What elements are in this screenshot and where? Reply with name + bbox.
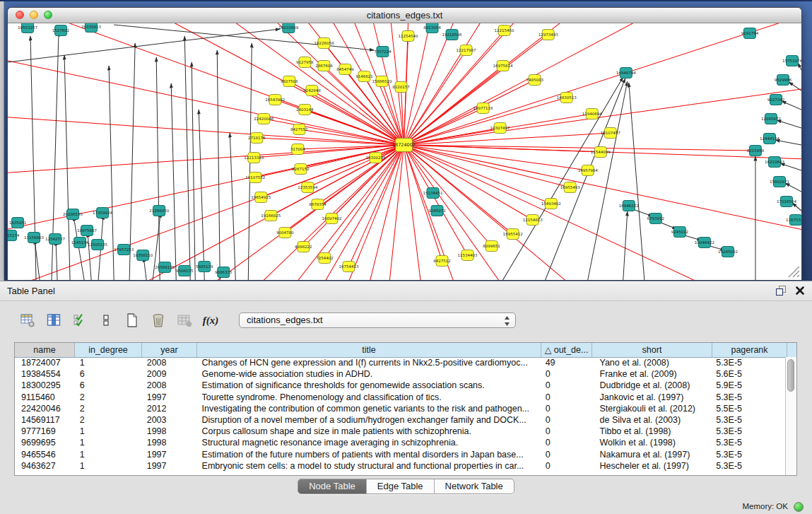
network-node[interactable]: 10553257: [18, 23, 38, 33]
table-cell-in-degree[interactable]: 2: [75, 392, 142, 403]
network-node[interactable]: 8099651: [483, 241, 500, 252]
network-node[interactable]: 2803144: [296, 105, 314, 115]
network-node[interactable]: 16955493: [560, 182, 581, 193]
network-node[interactable]: 14830513: [557, 93, 577, 103]
table-cell-in-degree[interactable]: 2: [75, 403, 142, 414]
network-node[interactable]: 22420046: [254, 114, 274, 124]
network-node[interactable]: 20206535: [63, 209, 83, 220]
network-node[interactable]: 12973493: [539, 30, 559, 40]
table-cell-year[interactable]: 2012: [142, 403, 197, 414]
table-cell-pagerank[interactable]: 5.3E-5: [711, 414, 786, 426]
network-node[interactable]: 17016504: [777, 197, 797, 207]
close-panel-icon[interactable]: [795, 286, 805, 296]
column-header-short[interactable]: short: [592, 343, 712, 357]
table-cell-short[interactable]: Franke et al. (2009): [592, 368, 712, 380]
table-cell-out-degree[interactable]: 0: [541, 460, 592, 472]
table-cell-short[interactable]: Yano et al. (2008): [592, 357, 712, 368]
network-node[interactable]: 11254540: [398, 31, 418, 42]
table-cell-year[interactable]: 2008: [142, 357, 197, 368]
network-node[interactable]: 12342737: [45, 234, 66, 245]
network-node[interactable]: 9191794: [741, 28, 759, 39]
network-node[interactable]: 9127958: [296, 57, 314, 68]
table-row[interactable]: 911546021997Tourette syndrome. Phenomeno…: [15, 392, 786, 403]
network-node[interactable]: 12217987: [457, 45, 477, 56]
network-node[interactable]: 20568135: [155, 262, 175, 273]
table-row[interactable]: 1938455462009Genome-wide association stu…: [15, 368, 786, 380]
table-cell-pagerank[interactable]: 5.3E-5: [711, 460, 786, 472]
table-row[interactable]: 969969511998Structural magnetic resonanc…: [15, 437, 786, 448]
table-cell-in-degree[interactable]: 1: [75, 357, 142, 368]
table-cell-year[interactable]: 1997: [142, 449, 197, 460]
column-header-out-degree[interactable]: △ out_de...: [541, 343, 592, 357]
table-cell-out-degree[interactable]: 0: [541, 414, 592, 426]
table-selector-dropdown[interactable]: citations_edges.txt: [239, 313, 516, 328]
table-cell-name[interactable]: 19384554: [15, 368, 75, 380]
table-cell-name[interactable]: 14569117: [15, 414, 75, 426]
network-node[interactable]: 8427512: [433, 256, 451, 267]
table-cell-name[interactable]: 22420046: [15, 403, 75, 414]
network-node[interactable]: 8215958: [747, 146, 765, 156]
network-node[interactable]: 7357224: [374, 47, 392, 57]
network-node[interactable]: 10307497: [490, 123, 511, 134]
network-node[interactable]: 8454749: [336, 64, 354, 75]
network-node[interactable]: 2718176: [248, 133, 266, 144]
network-node[interactable]: 15892971: [770, 177, 789, 187]
column-header-title[interactable]: title: [197, 343, 541, 357]
table-cell-year[interactable]: 1998: [142, 437, 197, 448]
minimize-button[interactable]: [30, 11, 38, 19]
float-panel-icon[interactable]: [776, 285, 787, 296]
table-cell-year[interactable]: 2008: [142, 380, 197, 391]
table-cell-year[interactable]: 1997: [142, 460, 197, 472]
table-cell-name[interactable]: 18300295: [15, 380, 75, 391]
tab-network-table[interactable]: Network Table: [435, 479, 514, 493]
zoom-button[interactable]: [44, 11, 52, 19]
table-cell-title[interactable]: Changes of HCN gene expression and I(f) …: [197, 357, 541, 368]
table-cell-out-degree[interactable]: 0: [541, 392, 592, 403]
network-node[interactable]: 11156803: [24, 233, 45, 243]
table-cell-pagerank[interactable]: 5.3E-5: [711, 357, 786, 368]
table-cell-short[interactable]: Stergiakouli et al. (2012): [592, 403, 712, 414]
network-node[interactable]: 19218596: [442, 30, 463, 40]
table-mode-icon[interactable]: [20, 313, 35, 328]
function-builder-icon[interactable]: f(x): [203, 313, 218, 328]
network-node[interactable]: 7254402: [316, 253, 334, 264]
table-cell-year[interactable]: 2009: [142, 368, 197, 380]
table-cell-title[interactable]: Embryonic stem cells: a model to study s…: [197, 460, 541, 472]
table-cell-name[interactable]: 18724007: [15, 357, 75, 368]
network-node[interactable]: 12505135: [88, 240, 108, 250]
network-node[interactable]: 17957253: [114, 245, 134, 255]
tab-node-table[interactable]: Node Table: [298, 479, 367, 493]
network-node[interactable]: 19245032: [718, 247, 738, 257]
table-cell-out-degree[interactable]: 0: [541, 403, 592, 414]
table-cell-in-degree[interactable]: 1: [75, 449, 142, 460]
table-cell-in-degree[interactable]: 2: [75, 414, 142, 426]
network-hub-node[interactable]: 18724007: [392, 139, 416, 152]
network-node[interactable]: 16097402: [322, 214, 341, 224]
network-node[interactable]: 8813054: [423, 23, 441, 33]
network-node[interactable]: 12095872: [761, 114, 781, 124]
table-cell-title[interactable]: Investigating the contribution of common…: [197, 403, 541, 414]
table-cell-title[interactable]: Estimation of the future numbers of pati…: [197, 449, 541, 460]
network-node[interactable]: 18107552: [245, 173, 265, 183]
network-node[interactable]: 9508135: [176, 266, 194, 276]
network-node[interactable]: 9245072: [428, 206, 446, 216]
table-row[interactable]: 977716911998Corpus callosum shape and si…: [15, 426, 786, 437]
table-cell-short[interactable]: Tibbo et al. (1998): [592, 426, 712, 437]
network-node[interactable]: 1527602: [52, 25, 70, 36]
table-row[interactable]: 946362711997Embryonic stem cells: a mode…: [15, 460, 786, 472]
close-button[interactable]: [16, 11, 24, 19]
table-cell-pagerank[interactable]: 5.5E-5: [711, 403, 786, 414]
network-node[interactable]: 9146821: [355, 71, 373, 82]
table-cell-name[interactable]: 9777169: [15, 426, 75, 437]
table-row[interactable]: 1872400712008Changes of HCN gene express…: [15, 357, 786, 368]
network-node[interactable]: 20335813: [81, 23, 102, 33]
scrollbar-thumb[interactable]: [787, 359, 794, 392]
network-node[interactable]: 10975887: [77, 226, 98, 236]
table-row[interactable]: 1830029562008Estimation of significance …: [15, 380, 786, 391]
vertical-scrollbar[interactable]: [785, 357, 796, 475]
network-node[interactable]: 8427552: [290, 124, 308, 135]
table-cell-pagerank[interactable]: 5.3E-5: [711, 392, 786, 403]
table-row[interactable]: 2242004622012Investigating the contribut…: [15, 403, 786, 414]
network-node[interactable]: 16543982: [265, 95, 285, 105]
network-node[interactable]: 8220157: [392, 82, 410, 93]
